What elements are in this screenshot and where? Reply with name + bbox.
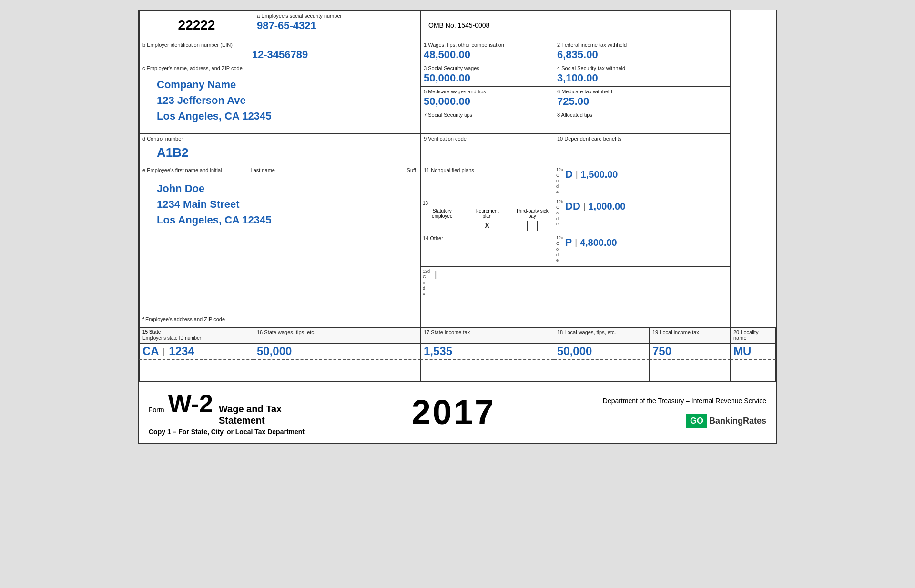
box18-value: 50,000 <box>557 345 592 357</box>
box3-label: 3 Social Security wages <box>424 65 551 71</box>
box19-value: 750 <box>652 345 671 357</box>
box12a-value: 1,500.00 <box>581 169 618 180</box>
box15-id-label: Employer's state ID number <box>142 335 251 341</box>
box13-stat-checkbox <box>437 221 447 231</box>
box13-ret-checkbox: X <box>482 221 492 231</box>
box12a-label: 12a <box>556 167 563 173</box>
box13-third-checkbox <box>527 221 538 231</box>
box12b-value: 1,000.00 <box>589 201 626 212</box>
control-value: A1B2 <box>142 142 417 163</box>
box10-label: 10 Dependent care benefits <box>557 136 727 142</box>
employee-name-label: e Employee's first name and initial <box>142 167 222 173</box>
employee-last-label: Last name <box>251 167 275 173</box>
footer-copy: Copy 1 – For State, City, or Local Tax D… <box>149 428 305 436</box>
box15-state-label: 15 State <box>142 329 251 335</box>
box16-value: 50,000 <box>257 345 292 357</box>
ein-label: b Employer identification number (EIN) <box>142 42 417 48</box>
box5-value: 50,000.00 <box>424 95 551 108</box>
box13-third-label: Third-party sick pay <box>512 208 552 219</box>
control-label: d Control number <box>142 136 417 142</box>
footer-right: Department of the Treasury – Internal Re… <box>603 397 766 428</box>
footer-form-text: Form <box>149 406 164 414</box>
footer-brand: Form W-2 Wage and Tax Statement Copy 1 –… <box>149 389 305 436</box>
footer-title2: Statement <box>219 415 282 426</box>
box12c-value: 4,800.00 <box>580 237 617 248</box>
footer-year: 2017 <box>412 393 496 431</box>
w2-form: 22222 a Employee's social security numbe… <box>139 10 776 381</box>
box13-stat-label: Statutory employee <box>423 208 462 219</box>
box11-label: 11 Nonqualified plans <box>424 167 551 173</box>
employer-address: Company Name 123 Jefferson Ave Los Angel… <box>142 72 417 129</box>
w2-brand-area: Form W-2 Wage and Tax Statement <box>149 389 305 426</box>
box12c-label: 12c <box>556 235 563 241</box>
box13-label: 13 <box>423 201 428 206</box>
box20-value: MU <box>733 345 751 357</box>
box12c-code: P <box>565 236 572 249</box>
box5-label: 5 Medicare wages and tips <box>424 89 551 94</box>
box9-label: 9 Verification code <box>424 136 551 142</box>
box2-value: 6,835.00 <box>557 49 727 61</box>
go-banking-logo: GO BankingRates <box>686 414 766 428</box>
box1-value: 48,500.00 <box>424 49 551 61</box>
box1-label: 1 Wages, tips, other compensation <box>424 42 551 48</box>
form-footer: Form W-2 Wage and Tax Statement Copy 1 –… <box>139 381 776 443</box>
form-number: 22222 <box>142 13 251 38</box>
box12b-label: 12b <box>556 199 563 205</box>
ein-value: 12-3456789 <box>142 49 417 61</box>
employee-address: John Doe 1234 Main Street Los Angeles, C… <box>142 176 417 233</box>
footer-title1: Wage and Tax <box>219 403 282 415</box>
box16-label: 16 State wages, tips, etc. <box>257 329 417 335</box>
box2-label: 2 Federal income tax withheld <box>557 42 727 48</box>
w2-letter: W-2 <box>168 389 213 418</box>
box15-id-value: 1234 <box>169 345 194 358</box>
ssn-value: 987-65-4321 <box>257 20 316 31</box>
box19-label: 19 Local income tax <box>652 329 727 335</box>
employer-name-label: c Employer's name, address, and ZIP code <box>142 65 417 71</box>
box15-state-value: CA <box>142 345 159 358</box>
employee-address-label: f Employee's address and ZIP code <box>142 316 417 322</box>
box20-label: 20 Locality name <box>733 329 773 341</box>
box13-checkboxes: Statutory employee Retirement plan X Thi… <box>423 208 552 231</box>
box4-value: 3,100.00 <box>557 72 727 84</box>
box14-label: 14 Other <box>423 235 552 241</box>
box12b-code: DD <box>565 200 580 213</box>
box3-value: 50,000.00 <box>424 72 551 84</box>
box12d-label: 12d <box>423 269 430 274</box>
employee-suff: Suff. <box>407 167 417 173</box>
omb-number: OMB No. 1545-0008 <box>424 21 489 29</box>
box7-label: 7 Social Security tips <box>424 112 551 118</box>
box8-label: 8 Allocated tips <box>557 112 727 118</box>
box12a-code: D <box>565 168 573 181</box>
ssn-label: a Employee's social security number <box>257 13 417 19</box>
banking-rates-text: BankingRates <box>709 416 766 426</box>
box4-label: 4 Social Security tax withheld <box>557 65 727 71</box>
box18-label: 18 Local wages, tips, etc. <box>557 329 646 335</box>
footer-irs: Department of the Treasury – Internal Re… <box>603 397 766 405</box>
go-logo-text: GO <box>686 414 707 428</box>
box6-value: 725.00 <box>557 95 727 108</box>
box6-label: 6 Medicare tax withheld <box>557 89 727 94</box>
box17-value: 1,535 <box>424 345 452 357</box>
footer-year-area: 2017 <box>412 393 496 432</box>
box13-ret-label: Retirement plan <box>471 208 503 219</box>
box17-label: 17 State income tax <box>424 329 551 335</box>
